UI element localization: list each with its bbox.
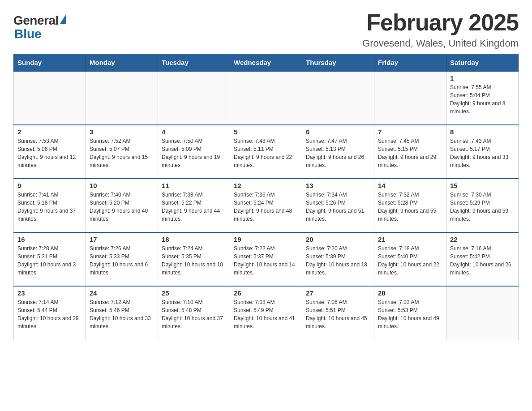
day-info: Sunrise: 7:16 AM Sunset: 5:42 PM Dayligh…	[450, 244, 515, 277]
day-info: Sunrise: 7:32 AM Sunset: 5:28 PM Dayligh…	[378, 191, 442, 223]
calendar-week-2: 2Sunrise: 7:53 AM Sunset: 5:06 PM Daylig…	[14, 125, 519, 179]
day-number: 2	[17, 128, 82, 136]
day-number: 1	[450, 74, 515, 82]
day-info: Sunrise: 7:52 AM Sunset: 5:07 PM Dayligh…	[90, 137, 154, 169]
calendar-cell: 4Sunrise: 7:50 AM Sunset: 5:09 PM Daylig…	[158, 125, 230, 179]
calendar-cell: 28Sunrise: 7:03 AM Sunset: 5:53 PM Dayli…	[374, 286, 446, 340]
calendar-cell: 21Sunrise: 7:18 AM Sunset: 5:40 PM Dayli…	[374, 232, 446, 286]
calendar-cell: 16Sunrise: 7:28 AM Sunset: 5:31 PM Dayli…	[14, 232, 86, 286]
day-info: Sunrise: 7:28 AM Sunset: 5:31 PM Dayligh…	[17, 244, 82, 277]
day-info: Sunrise: 7:40 AM Sunset: 5:20 PM Dayligh…	[90, 191, 154, 223]
day-header-friday: Friday	[374, 54, 446, 72]
day-number: 13	[306, 182, 370, 189]
day-number: 18	[162, 235, 226, 243]
day-info: Sunrise: 7:41 AM Sunset: 5:18 PM Dayligh…	[17, 191, 82, 223]
logo-triangle-icon	[60, 14, 66, 24]
day-info: Sunrise: 7:24 AM Sunset: 5:35 PM Dayligh…	[162, 244, 226, 277]
calendar-cell	[14, 71, 86, 125]
calendar-cell: 18Sunrise: 7:24 AM Sunset: 5:35 PM Dayli…	[158, 232, 230, 286]
calendar-cell: 1Sunrise: 7:55 AM Sunset: 5:04 PM Daylig…	[446, 71, 519, 125]
day-info: Sunrise: 7:22 AM Sunset: 5:37 PM Dayligh…	[234, 244, 298, 277]
calendar-cell	[230, 71, 302, 125]
day-info: Sunrise: 7:47 AM Sunset: 5:13 PM Dayligh…	[306, 137, 370, 169]
calendar-cell: 23Sunrise: 7:14 AM Sunset: 5:44 PM Dayli…	[14, 286, 86, 340]
day-info: Sunrise: 7:06 AM Sunset: 5:51 PM Dayligh…	[306, 298, 370, 330]
day-info: Sunrise: 7:55 AM Sunset: 5:04 PM Dayligh…	[450, 83, 515, 116]
day-info: Sunrise: 7:10 AM Sunset: 5:48 PM Dayligh…	[162, 298, 226, 330]
calendar-week-3: 9Sunrise: 7:41 AM Sunset: 5:18 PM Daylig…	[14, 179, 519, 232]
page-header: General Blue February 2025 Grovesend, Wa…	[13, 9, 519, 49]
day-number: 6	[306, 128, 370, 136]
calendar-week-4: 16Sunrise: 7:28 AM Sunset: 5:31 PM Dayli…	[14, 232, 519, 286]
day-info: Sunrise: 7:48 AM Sunset: 5:11 PM Dayligh…	[234, 137, 298, 169]
calendar-cell	[86, 71, 158, 125]
days-of-week-row: SundayMondayTuesdayWednesdayThursdayFrid…	[14, 54, 519, 72]
calendar-cell: 3Sunrise: 7:52 AM Sunset: 5:07 PM Daylig…	[86, 125, 158, 179]
day-number: 27	[306, 289, 370, 297]
day-number: 26	[234, 289, 298, 297]
day-number: 5	[234, 128, 298, 136]
calendar-cell: 2Sunrise: 7:53 AM Sunset: 5:06 PM Daylig…	[14, 125, 86, 179]
logo: General Blue	[13, 13, 66, 41]
day-number: 4	[162, 128, 226, 136]
day-number: 20	[306, 235, 370, 243]
day-info: Sunrise: 7:36 AM Sunset: 5:24 PM Dayligh…	[234, 191, 298, 223]
day-number: 10	[90, 182, 154, 189]
calendar-header: SundayMondayTuesdayWednesdayThursdayFrid…	[14, 54, 519, 72]
calendar-subtitle: Grovesend, Wales, United Kingdom	[362, 38, 519, 49]
calendar-cell: 12Sunrise: 7:36 AM Sunset: 5:24 PM Dayli…	[230, 179, 302, 232]
day-number: 23	[17, 289, 82, 297]
day-info: Sunrise: 7:20 AM Sunset: 5:39 PM Dayligh…	[306, 244, 370, 277]
day-number: 3	[90, 128, 154, 136]
calendar-cell	[374, 71, 446, 125]
day-header-monday: Monday	[86, 54, 158, 72]
calendar-body: 1Sunrise: 7:55 AM Sunset: 5:04 PM Daylig…	[14, 71, 519, 340]
calendar-week-5: 23Sunrise: 7:14 AM Sunset: 5:44 PM Dayli…	[14, 286, 519, 340]
calendar-week-1: 1Sunrise: 7:55 AM Sunset: 5:04 PM Daylig…	[14, 71, 519, 125]
calendar-table: SundayMondayTuesdayWednesdayThursdayFrid…	[13, 54, 519, 340]
day-number: 12	[234, 182, 298, 189]
calendar-cell: 5Sunrise: 7:48 AM Sunset: 5:11 PM Daylig…	[230, 125, 302, 179]
day-number: 22	[450, 235, 515, 243]
calendar-cell: 22Sunrise: 7:16 AM Sunset: 5:42 PM Dayli…	[446, 232, 519, 286]
day-header-tuesday: Tuesday	[158, 54, 230, 72]
day-number: 19	[234, 235, 298, 243]
day-number: 28	[378, 289, 442, 297]
logo-blue-text: Blue	[13, 27, 42, 41]
calendar-cell	[302, 71, 374, 125]
day-info: Sunrise: 7:45 AM Sunset: 5:15 PM Dayligh…	[378, 137, 442, 169]
calendar-cell: 14Sunrise: 7:32 AM Sunset: 5:28 PM Dayli…	[374, 179, 446, 232]
day-number: 11	[162, 182, 226, 189]
calendar-cell: 10Sunrise: 7:40 AM Sunset: 5:20 PM Dayli…	[86, 179, 158, 232]
day-info: Sunrise: 7:53 AM Sunset: 5:06 PM Dayligh…	[17, 137, 82, 169]
day-header-saturday: Saturday	[446, 54, 519, 72]
day-number: 17	[90, 235, 154, 243]
calendar-cell: 15Sunrise: 7:30 AM Sunset: 5:29 PM Dayli…	[446, 179, 519, 232]
calendar-title: February 2025	[362, 9, 519, 36]
calendar-cell: 6Sunrise: 7:47 AM Sunset: 5:13 PM Daylig…	[302, 125, 374, 179]
day-info: Sunrise: 7:30 AM Sunset: 5:29 PM Dayligh…	[450, 191, 515, 223]
day-header-thursday: Thursday	[302, 54, 374, 72]
day-number: 16	[17, 235, 82, 243]
day-number: 24	[90, 289, 154, 297]
calendar-cell: 11Sunrise: 7:38 AM Sunset: 5:22 PM Dayli…	[158, 179, 230, 232]
day-info: Sunrise: 7:14 AM Sunset: 5:44 PM Dayligh…	[17, 298, 82, 330]
day-number: 15	[450, 182, 515, 189]
day-header-wednesday: Wednesday	[230, 54, 302, 72]
day-number: 21	[378, 235, 442, 243]
day-info: Sunrise: 7:18 AM Sunset: 5:40 PM Dayligh…	[378, 244, 442, 277]
day-info: Sunrise: 7:26 AM Sunset: 5:33 PM Dayligh…	[90, 244, 154, 277]
calendar-cell: 20Sunrise: 7:20 AM Sunset: 5:39 PM Dayli…	[302, 232, 374, 286]
day-info: Sunrise: 7:12 AM Sunset: 5:46 PM Dayligh…	[90, 298, 154, 330]
calendar-cell: 26Sunrise: 7:08 AM Sunset: 5:49 PM Dayli…	[230, 286, 302, 340]
calendar-cell: 25Sunrise: 7:10 AM Sunset: 5:48 PM Dayli…	[158, 286, 230, 340]
day-number: 14	[378, 182, 442, 189]
day-info: Sunrise: 7:34 AM Sunset: 5:26 PM Dayligh…	[306, 191, 370, 223]
calendar-cell: 24Sunrise: 7:12 AM Sunset: 5:46 PM Dayli…	[86, 286, 158, 340]
day-number: 7	[378, 128, 442, 136]
calendar-cell: 7Sunrise: 7:45 AM Sunset: 5:15 PM Daylig…	[374, 125, 446, 179]
calendar-cell: 13Sunrise: 7:34 AM Sunset: 5:26 PM Dayli…	[302, 179, 374, 232]
calendar-cell	[446, 286, 519, 340]
day-info: Sunrise: 7:38 AM Sunset: 5:22 PM Dayligh…	[162, 191, 226, 223]
day-header-sunday: Sunday	[14, 54, 86, 72]
